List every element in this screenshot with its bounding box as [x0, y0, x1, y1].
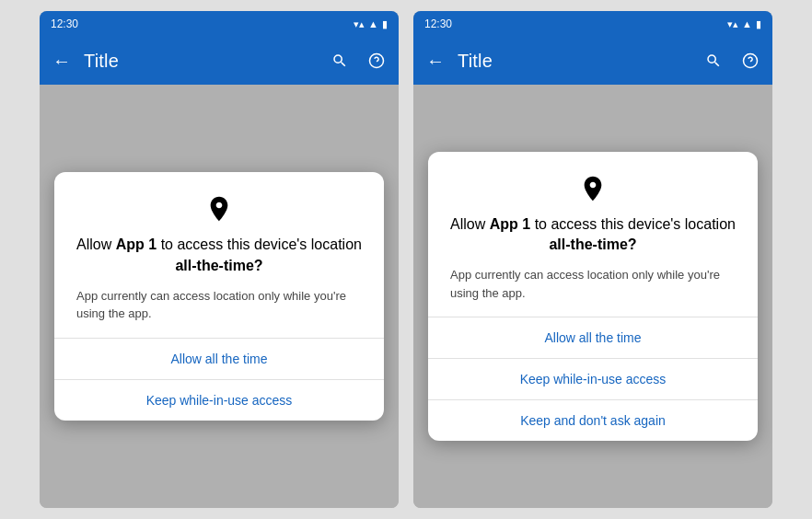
- status-icons-2: ▾▴ ▲ ▮: [727, 18, 761, 30]
- signal-icon: ▲: [368, 18, 378, 29]
- keep-dont-ask-button-2[interactable]: Keep and don't ask again: [428, 399, 758, 441]
- dialog-1: Allow App 1 to access this device's loca…: [54, 172, 384, 421]
- keep-while-in-use-button-1[interactable]: Keep while-in-use access: [54, 379, 384, 421]
- search-icon-2: [705, 52, 722, 69]
- status-bar-1: 12:30 ▾▴ ▲ ▮: [40, 11, 399, 37]
- app-bar-title-1: Title: [84, 51, 318, 72]
- dialog-title-2: Allow App 1 to access this device's loca…: [450, 214, 736, 256]
- phone-2: 12:30 ▾▴ ▲ ▮ ← Title: [413, 11, 772, 508]
- dialog-message-2: App currently can access location only w…: [450, 266, 736, 302]
- help-icon: [368, 52, 385, 69]
- dialog-icon-1: [76, 194, 362, 224]
- app-bar-2: ← Title: [413, 37, 772, 85]
- signal-icon-2: ▲: [742, 18, 752, 29]
- dialog-actions-2: Allow all the time Keep while-in-use acc…: [428, 317, 758, 441]
- wifi-icon-2: ▾▴: [727, 18, 738, 30]
- location-icon-2: [578, 174, 608, 203]
- help-button-1[interactable]: [365, 50, 388, 72]
- search-button-2[interactable]: [702, 50, 725, 72]
- location-icon-1: [204, 194, 234, 224]
- dialog-actions-1: Allow all the time Keep while-in-use acc…: [54, 338, 384, 421]
- back-button-2[interactable]: ←: [424, 50, 447, 72]
- help-button-2[interactable]: [739, 50, 761, 72]
- phone-1: 12:30 ▾▴ ▲ ▮ ← Title: [40, 11, 399, 508]
- keep-while-in-use-button-2[interactable]: Keep while-in-use access: [428, 358, 758, 399]
- allow-all-time-button-2[interactable]: Allow all the time: [428, 317, 758, 358]
- time-2: 12:30: [424, 17, 452, 30]
- battery-icon: ▮: [382, 18, 388, 30]
- time-1: 12:30: [51, 17, 78, 30]
- dialog-message-1: App currently can access location only w…: [76, 287, 362, 323]
- app-bar-title-2: Title: [458, 51, 691, 72]
- dialog-body-1: Allow App 1 to access this device's loca…: [54, 172, 384, 323]
- app-bar-1: ← Title: [40, 37, 399, 85]
- app-bar-actions-1: [329, 50, 388, 72]
- help-icon-2: [742, 52, 759, 69]
- content-1: Allow App 1 to access this device's loca…: [40, 85, 399, 508]
- dialog-2: Allow App 1 to access this device's loca…: [428, 152, 758, 442]
- status-icons-1: ▾▴ ▲ ▮: [354, 18, 388, 30]
- dialog-title-1: Allow App 1 to access this device's loca…: [76, 235, 362, 276]
- dialog-body-2: Allow App 1 to access this device's loca…: [428, 152, 758, 303]
- status-bar-2: 12:30 ▾▴ ▲ ▮: [413, 11, 772, 37]
- allow-all-time-button-1[interactable]: Allow all the time: [54, 339, 384, 379]
- app-bar-actions-2: [702, 50, 761, 72]
- search-button-1[interactable]: [329, 50, 351, 72]
- back-button-1[interactable]: ←: [51, 50, 73, 72]
- wifi-icon: ▾▴: [354, 18, 365, 30]
- search-icon: [331, 52, 348, 69]
- content-2: Allow App 1 to access this device's loca…: [413, 85, 772, 508]
- battery-icon-2: ▮: [756, 18, 761, 30]
- dialog-icon-2: [450, 174, 736, 203]
